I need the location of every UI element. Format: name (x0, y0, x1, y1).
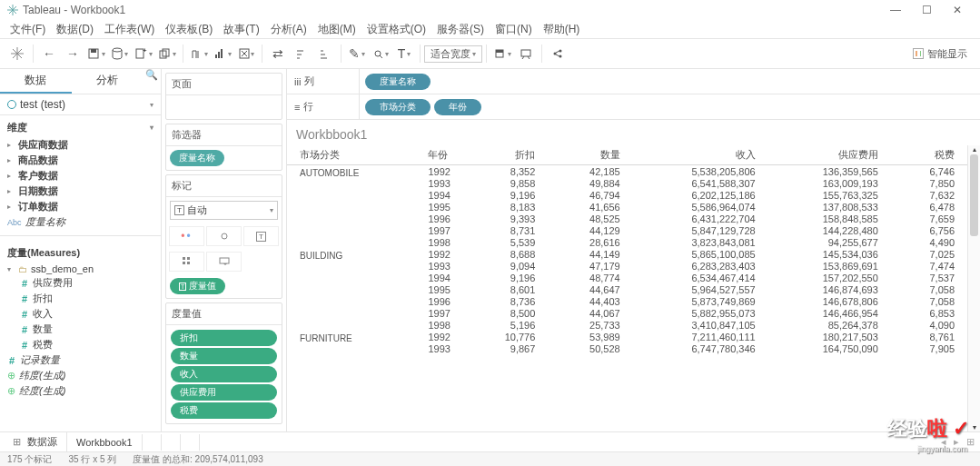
measure-field[interactable]: #税费 (4, 337, 157, 352)
back-button[interactable]: ← (37, 43, 61, 64)
search-icon[interactable]: 🔍 (143, 69, 161, 94)
new-sheet-button[interactable]: +▾ (132, 43, 155, 64)
close-button[interactable]: ✕ (942, 4, 973, 16)
new-dashboard-tab[interactable] (162, 434, 181, 451)
tableau-icon[interactable] (5, 43, 29, 64)
filters-shelf[interactable]: 筛选器 度量名称 (165, 124, 282, 171)
label-button[interactable]: T▾ (392, 43, 416, 64)
measure-folder[interactable]: ▾🗀ssb_demo_en (4, 263, 157, 275)
dim-folder[interactable]: ▸客户数据 (4, 168, 157, 183)
measure-values-shelf[interactable]: 度量值 折扣 数量 收入 供应费用 税费 (165, 302, 282, 424)
table-row[interactable]: FURNITURE199210,77653,9897,211,460,11118… (287, 331, 967, 342)
share-button[interactable] (546, 43, 569, 64)
worksheet-title[interactable]: Workbbook1 (287, 120, 980, 145)
swap-axes-button[interactable]: ⇄ (266, 43, 290, 64)
calc-field[interactable]: ⊕经度(生成) (4, 383, 157, 399)
dim-folder[interactable]: ▸商品数据 (4, 153, 157, 168)
presentation-button[interactable] (514, 43, 538, 64)
status-rows: 35 行 x 5 列 (68, 453, 116, 466)
clear-button[interactable]: ▾ (234, 43, 258, 64)
menu-analysis[interactable]: 分析(A) (266, 22, 312, 37)
show-cards-button[interactable]: ▾ (490, 43, 514, 64)
calc-field[interactable]: ⊕纬度(生成) (4, 368, 157, 383)
value-pill[interactable]: 供应费用 (171, 384, 277, 401)
menu-format[interactable]: 设置格式(O) (362, 22, 431, 37)
scroll-thumb[interactable] (970, 154, 978, 236)
text-mark[interactable]: T (243, 226, 279, 246)
cell-year: 1995 (415, 283, 462, 295)
crosstab-view[interactable]: 市场分类年份折扣数量收入供应费用税费AUTOMOBILE19928,35242,… (287, 145, 967, 431)
sort-desc-icon[interactable] (313, 43, 337, 64)
tab-analytics[interactable]: 分析 (72, 69, 144, 94)
show-me-button[interactable]: 智能显示 (913, 47, 975, 61)
duplicate-button[interactable]: ▾ (155, 43, 179, 64)
rows-shelf[interactable]: 市场分类 年份 (360, 99, 980, 115)
row-pill[interactable]: 市场分类 (365, 99, 431, 115)
menu-story[interactable]: 故事(T) (219, 22, 263, 37)
table-row[interactable]: BUILDING19928,68844,1495,865,100,085145,… (287, 248, 967, 260)
menu-data[interactable]: 数据(D) (52, 22, 98, 37)
new-story-tab[interactable] (181, 434, 200, 451)
mark-type-dropdown[interactable]: T自动▾ (170, 201, 278, 220)
measure-field[interactable]: #记录数量 (4, 352, 157, 368)
sort-asc-icon[interactable] (290, 43, 313, 64)
menu-file[interactable]: 文件(F) (5, 22, 50, 37)
value-pill[interactable]: 数量 (171, 348, 277, 364)
menu-window[interactable]: 窗口(N) (490, 22, 537, 37)
swap-button[interactable]: ▾ (187, 43, 211, 64)
columns-shelf[interactable]: 度量名称 (360, 74, 980, 90)
menubar[interactable]: 文件(F) 数据(D) 工作表(W) 仪表板(B) 故事(T) 分析(A) 地图… (0, 20, 980, 38)
pages-shelf[interactable]: 页面 (165, 73, 282, 120)
size-mark[interactable] (206, 226, 242, 246)
maximize-button[interactable]: ☐ (911, 4, 942, 16)
menu-worksheet[interactable]: 工作表(W) (100, 22, 159, 37)
worksheet-tab[interactable]: Workbbook1 (67, 434, 143, 451)
value-pill[interactable]: 折扣 (171, 330, 277, 346)
menu-dashboard[interactable]: 仪表板(B) (161, 22, 217, 37)
menu-map[interactable]: 地图(M) (313, 22, 361, 37)
minimize-button[interactable]: — (880, 4, 911, 16)
text-pill[interactable]: T度量值 (170, 278, 225, 294)
measure-field[interactable]: #折扣 (4, 291, 157, 306)
dim-folder[interactable]: ▸订单数据 (4, 199, 157, 214)
dim-field[interactable]: Abc度量名称 (4, 214, 157, 230)
tab-data[interactable]: 数据 (0, 69, 72, 94)
cell-value: 5,847,129,728 (633, 224, 768, 236)
detail-mark[interactable] (169, 252, 204, 272)
forward-button[interactable]: → (61, 43, 84, 64)
datasource-tab[interactable]: ⊞数据源 (0, 432, 67, 451)
measure-field[interactable]: #数量 (4, 322, 157, 337)
save-button[interactable]: ▾ (84, 43, 108, 64)
group-button[interactable]: ▾ (369, 43, 392, 64)
column-pill[interactable]: 度量名称 (365, 74, 431, 90)
dim-folder[interactable]: ▸供应商数据 (4, 137, 157, 153)
scroll-up-arrow[interactable]: ▴ (968, 145, 980, 154)
sort-asc-button[interactable]: ▾ (211, 43, 234, 64)
vertical-scrollbar[interactable]: ▴ ▾ (967, 145, 980, 431)
menu-help[interactable]: 帮助(H) (539, 22, 585, 37)
scroll-down-arrow[interactable]: ▾ (968, 423, 980, 431)
datasource-item[interactable]: test (test) ▾ (0, 94, 161, 115)
menu-server[interactable]: 服务器(S) (432, 22, 489, 37)
header-measure: 供应费用 (768, 145, 891, 165)
row-pill[interactable]: 年份 (434, 99, 481, 115)
table-row[interactable]: AUTOMOBILE19928,35242,1855,538,205,80613… (287, 165, 967, 178)
cell-value: 158,848,585 (768, 213, 891, 224)
cell-value: 4,490 (891, 236, 967, 248)
cell-value: 5,964,527,557 (633, 283, 768, 295)
new-worksheet-tab[interactable] (143, 434, 162, 451)
cell-category: AUTOMOBILE (287, 165, 415, 249)
dim-folder[interactable]: ▸日期数据 (4, 183, 157, 199)
measure-field[interactable]: #收入 (4, 306, 157, 322)
tooltip-mark[interactable] (206, 252, 242, 272)
measure-field[interactable]: #供应费用 (4, 275, 157, 291)
fit-dropdown[interactable]: 适合宽度 ▾ (424, 45, 482, 63)
marks-card[interactable]: 标记 T自动▾ •• T T度量值 (165, 174, 282, 299)
value-pill[interactable]: 收入 (171, 366, 277, 382)
value-pill[interactable]: 税费 (171, 402, 277, 419)
new-datasource-button[interactable]: ▾ (108, 43, 132, 64)
highlight-button[interactable]: ✎▾ (345, 43, 369, 64)
filter-pill[interactable]: 度量名称 (170, 150, 224, 166)
cell-value: 146,874,693 (768, 283, 891, 295)
color-mark[interactable]: •• (169, 226, 204, 246)
